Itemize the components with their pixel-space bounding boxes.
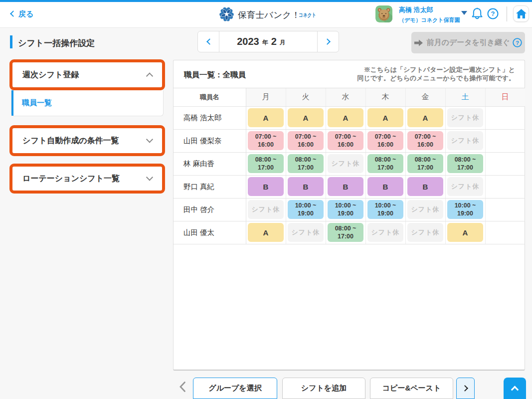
svg-text:?: ?: [516, 40, 519, 46]
svg-text:?: ?: [491, 10, 495, 17]
